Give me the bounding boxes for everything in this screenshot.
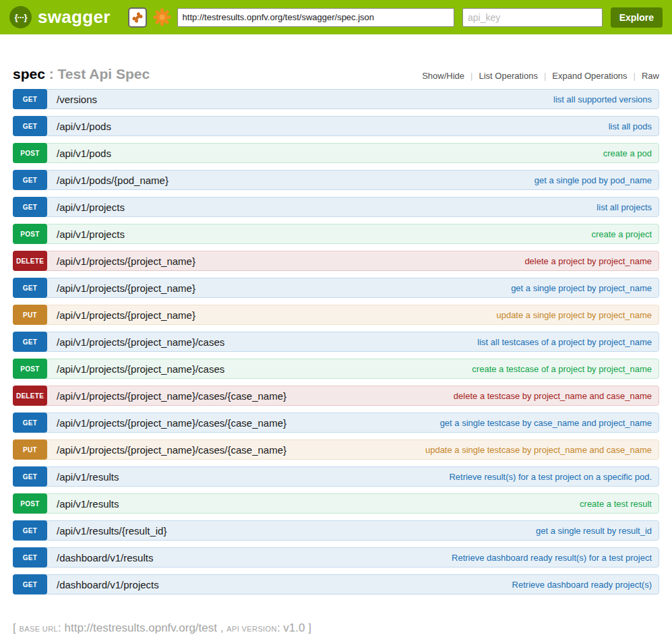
endpoint-row[interactable]: POST /api/v1/pods create a pod bbox=[13, 143, 659, 163]
endpoint-description-link[interactable]: Retrieve result(s) for a test project on… bbox=[449, 472, 652, 482]
http-method-badge: GET bbox=[13, 547, 47, 568]
link-separator: | bbox=[634, 71, 636, 81]
endpoint-row[interactable]: GET /api/v1/results Retrieve result(s) f… bbox=[13, 466, 659, 487]
endpoint-description-link[interactable]: create a testcase of a project by projec… bbox=[472, 364, 652, 374]
endpoint-description-link[interactable]: Retrieve dashboard ready project(s) bbox=[512, 580, 652, 590]
endpoint-description-link[interactable]: update a single testcase by project_name… bbox=[425, 445, 652, 455]
endpoint-row[interactable]: POST /api/v1/projects/{project_name}/cas… bbox=[13, 359, 659, 379]
base-url-footer: [ base url: http://testresults.opnfv.org… bbox=[0, 621, 672, 635]
endpoint-path-link[interactable]: /api/v1/projects/{project_name}/cases/{c… bbox=[57, 444, 286, 456]
endpoint-row[interactable]: GET /api/v1/projects/{project_name}/case… bbox=[13, 332, 659, 352]
main-content: spec : Test Api Spec Show/Hide|List Oper… bbox=[0, 66, 672, 594]
endpoint-list: GET /versions list all supported version… bbox=[13, 89, 659, 594]
explore-button[interactable]: Explore bbox=[611, 7, 663, 28]
endpoint-row[interactable]: GET /api/v1/projects/{project_name} get … bbox=[13, 278, 659, 298]
http-method-badge: GET bbox=[13, 278, 47, 298]
show-hide-link[interactable]: Show/Hide bbox=[422, 71, 464, 81]
endpoint-description-link[interactable]: get a single pod by pod_name bbox=[534, 175, 652, 185]
endpoint-path-link[interactable]: /api/v1/projects/{project_name}/cases/{c… bbox=[57, 417, 286, 429]
http-method-badge: GET bbox=[13, 466, 47, 487]
bone-icon bbox=[131, 11, 144, 24]
endpoint-row[interactable]: GET /api/v1/pods list all pods bbox=[13, 116, 659, 136]
endpoint-description-link[interactable]: get a single project by project_name bbox=[511, 283, 652, 293]
spec-url-input[interactable] bbox=[177, 8, 454, 27]
endpoint-row[interactable]: PUT /api/v1/projects/{project_name}/case… bbox=[13, 439, 659, 460]
http-method-badge: GET bbox=[13, 332, 47, 352]
resource-description: Test Api Spec bbox=[58, 66, 150, 82]
resource-separator: : bbox=[45, 66, 58, 82]
endpoint-path-link[interactable]: /api/v1/pods bbox=[57, 121, 111, 132]
swagger-logo-icon: {···} bbox=[9, 6, 32, 28]
http-method-badge: PUT bbox=[13, 439, 47, 460]
http-method-badge: GET bbox=[13, 170, 47, 190]
http-method-badge: POST bbox=[13, 224, 47, 244]
raw-link[interactable]: Raw bbox=[642, 71, 659, 81]
link-separator: | bbox=[544, 71, 546, 81]
endpoint-row[interactable]: GET /dashboard/v1/projects Retrieve dash… bbox=[13, 574, 659, 594]
endpoint-row[interactable]: GET /api/v1/projects/{project_name}/case… bbox=[13, 413, 659, 433]
api-version-label: api version bbox=[226, 625, 277, 633]
footer-bracket: [ bbox=[13, 621, 16, 634]
http-method-badge: GET bbox=[13, 89, 47, 109]
endpoint-path-link[interactable]: /api/v1/results bbox=[57, 498, 119, 510]
http-method-badge: DELETE bbox=[13, 251, 47, 271]
bone-button[interactable] bbox=[128, 7, 147, 28]
header-bar: {···} swagger bbox=[0, 0, 672, 34]
endpoint-row[interactable]: DELETE /api/v1/projects/{project_name} d… bbox=[13, 251, 659, 271]
endpoint-path-link[interactable]: /api/v1/projects/{project_name} bbox=[57, 309, 195, 321]
endpoint-row[interactable]: GET /api/v1/pods/{pod_name} get a single… bbox=[13, 170, 659, 190]
footer-colon: : bbox=[58, 621, 64, 634]
endpoint-description-link[interactable]: create a test result bbox=[580, 499, 652, 509]
endpoint-description-link[interactable]: create a project bbox=[591, 229, 652, 239]
endpoint-description-link[interactable]: list all projects bbox=[597, 202, 652, 212]
endpoint-path-link[interactable]: /api/v1/pods/{pod_name} bbox=[57, 175, 169, 186]
footer-comma: , bbox=[217, 621, 226, 634]
endpoint-path-link[interactable]: /api/v1/projects bbox=[57, 202, 125, 213]
http-method-badge: POST bbox=[13, 359, 47, 379]
endpoint-row[interactable]: DELETE /api/v1/projects/{project_name}/c… bbox=[13, 386, 659, 406]
endpoint-path-link[interactable]: /api/v1/projects/{project_name}/cases bbox=[57, 363, 224, 375]
http-method-badge: GET bbox=[13, 413, 47, 433]
footer-bracket: ] bbox=[308, 621, 311, 634]
endpoint-path-link[interactable]: /api/v1/projects/{project_name}/cases/{c… bbox=[57, 390, 286, 402]
endpoint-path-link[interactable]: /api/v1/pods bbox=[57, 148, 111, 159]
endpoint-description-link[interactable]: delete a project by project_name bbox=[524, 256, 652, 266]
endpoint-row[interactable]: GET /versions list all supported version… bbox=[13, 89, 659, 109]
endpoint-description-link[interactable]: list all pods bbox=[609, 121, 652, 131]
expand-operations-link[interactable]: Expand Operations bbox=[552, 71, 627, 81]
endpoint-description-link[interactable]: list all supported versions bbox=[553, 94, 652, 104]
endpoint-row[interactable]: GET /api/v1/results/{result_id} get a si… bbox=[13, 520, 659, 541]
endpoint-path-link[interactable]: /versions bbox=[57, 94, 97, 105]
http-method-badge: GET bbox=[13, 574, 47, 594]
endpoint-description-link[interactable]: delete a testcase by project_name and ca… bbox=[454, 391, 652, 401]
http-method-badge: GET bbox=[13, 520, 47, 541]
http-method-badge: GET bbox=[13, 197, 47, 217]
endpoint-path-link[interactable]: /api/v1/results bbox=[57, 471, 119, 483]
http-method-badge: POST bbox=[13, 143, 47, 163]
link-separator: | bbox=[470, 71, 472, 81]
endpoint-path-link[interactable]: /api/v1/projects/{project_name}/cases bbox=[57, 336, 224, 348]
endpoint-row[interactable]: GET /dashboard/v1/results Retrieve dashb… bbox=[13, 547, 659, 568]
endpoint-description-link[interactable]: create a pod bbox=[603, 148, 652, 158]
endpoint-row[interactable]: GET /api/v1/projects list all projects bbox=[13, 197, 659, 217]
endpoint-path-link[interactable]: /api/v1/projects bbox=[57, 228, 125, 240]
http-method-badge: GET bbox=[13, 116, 47, 136]
endpoint-path-link[interactable]: /dashboard/v1/projects bbox=[57, 579, 159, 590]
operations-toolbar: Show/Hide|List Operations|Expand Operati… bbox=[422, 71, 659, 82]
endpoint-row[interactable]: PUT /api/v1/projects/{project_name} upda… bbox=[13, 305, 659, 325]
resource-name: spec bbox=[13, 66, 45, 82]
endpoint-path-link[interactable]: /dashboard/v1/results bbox=[57, 552, 153, 563]
endpoint-row[interactable]: POST /api/v1/projects create a project bbox=[13, 224, 659, 244]
api-key-input[interactable] bbox=[462, 8, 603, 27]
endpoint-description-link[interactable]: list all testcases of a project by proje… bbox=[477, 337, 652, 347]
endpoint-description-link[interactable]: update a single project by project_name bbox=[496, 310, 652, 320]
endpoint-path-link[interactable]: /api/v1/projects/{project_name} bbox=[57, 255, 195, 267]
endpoint-path-link[interactable]: /api/v1/projects/{project_name} bbox=[57, 282, 195, 294]
footer-colon: : bbox=[277, 621, 283, 634]
list-operations-link[interactable]: List Operations bbox=[479, 71, 537, 81]
endpoint-description-link[interactable]: get a single result by result_id bbox=[536, 526, 652, 536]
endpoint-path-link[interactable]: /api/v1/results/{result_id} bbox=[57, 525, 166, 537]
endpoint-row[interactable]: POST /api/v1/results create a test resul… bbox=[13, 493, 659, 514]
endpoint-description-link[interactable]: Retrieve dashboard ready result(s) for a… bbox=[452, 553, 652, 563]
endpoint-description-link[interactable]: get a single testcase by case_name and p… bbox=[440, 418, 652, 428]
